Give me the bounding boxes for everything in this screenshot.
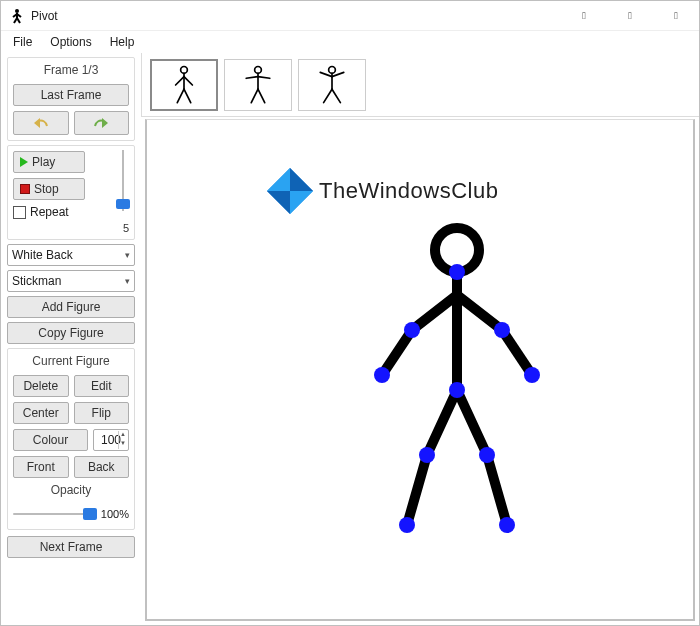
svg-line-23 — [332, 89, 340, 102]
frame-thumb-3[interactable] — [298, 59, 366, 111]
svg-line-11 — [184, 89, 191, 102]
front-button[interactable]: Front — [13, 456, 69, 478]
back-button[interactable]: Back — [74, 456, 130, 478]
svg-point-18 — [329, 66, 336, 73]
svg-line-10 — [177, 89, 184, 102]
svg-line-31 — [412, 295, 457, 330]
colour-button[interactable]: Colour — [13, 429, 88, 451]
svg-point-48 — [499, 517, 515, 533]
svg-line-22 — [324, 89, 332, 102]
center-button[interactable]: Center — [13, 402, 69, 424]
svg-line-14 — [246, 76, 258, 78]
svg-point-6 — [181, 66, 188, 73]
speed-value: 5 — [13, 222, 129, 234]
maximize-button[interactable]:  — [607, 1, 653, 31]
window-title: Pivot — [31, 9, 58, 23]
svg-point-41 — [374, 367, 390, 383]
frame-strip — [141, 53, 699, 117]
menu-file[interactable]: File — [5, 33, 40, 51]
windowsclub-logo-icon — [267, 168, 313, 214]
scale-stepper[interactable]: 100 ▲▼ — [93, 429, 129, 451]
chevron-down-icon: ▾ — [125, 250, 130, 260]
chevron-down-icon: ▾ — [125, 276, 130, 286]
close-button[interactable]:  — [653, 1, 699, 31]
svg-marker-26 — [290, 191, 313, 214]
redo-button[interactable] — [74, 111, 130, 135]
add-figure-button[interactable]: Add Figure — [7, 296, 135, 318]
app-icon — [9, 8, 25, 24]
svg-line-37 — [457, 390, 487, 455]
background-combo[interactable]: White Back ▾ — [7, 244, 135, 266]
delete-button[interactable]: Delete — [13, 375, 69, 397]
opacity-value: 100% — [101, 508, 129, 520]
app-window: Pivot    File Options Help Frame 1/3 … — [0, 0, 700, 626]
frame-thumb-1[interactable] — [150, 59, 218, 111]
canvas[interactable]: TheWindowsClub — [145, 119, 695, 621]
svg-line-35 — [427, 390, 457, 455]
svg-point-47 — [479, 447, 495, 463]
svg-line-34 — [502, 330, 532, 375]
svg-line-15 — [258, 76, 270, 78]
svg-line-8 — [176, 76, 184, 84]
last-frame-button[interactable]: Last Frame — [13, 84, 129, 106]
svg-marker-27 — [290, 168, 313, 191]
svg-marker-25 — [267, 168, 290, 191]
frame-counter: Frame 1/3 — [13, 63, 129, 79]
opacity-slider[interactable] — [13, 504, 97, 524]
stickman-figure[interactable] — [357, 220, 557, 550]
repeat-checkbox[interactable] — [13, 206, 26, 219]
svg-point-42 — [494, 322, 510, 338]
repeat-label: Repeat — [30, 205, 69, 219]
svg-marker-28 — [267, 191, 290, 214]
svg-point-44 — [449, 382, 465, 398]
svg-point-45 — [419, 447, 435, 463]
svg-point-0 — [15, 9, 19, 13]
svg-line-16 — [251, 89, 258, 102]
watermark-text: TheWindowsClub — [319, 178, 498, 204]
svg-point-43 — [524, 367, 540, 383]
undo-button[interactable] — [13, 111, 69, 135]
playback-group: Play Stop Repeat 5 — [7, 145, 135, 240]
menu-help[interactable]: Help — [102, 33, 143, 51]
svg-line-38 — [487, 455, 507, 525]
flip-button[interactable]: Flip — [74, 402, 130, 424]
current-figure-label: Current Figure — [13, 354, 129, 370]
edit-button[interactable]: Edit — [74, 375, 130, 397]
next-frame-button[interactable]: Next Frame — [7, 536, 135, 558]
chevron-down-icon[interactable]: ▼ — [118, 440, 127, 449]
frame-thumb-2[interactable] — [224, 59, 292, 111]
svg-line-9 — [184, 76, 192, 84]
titlebar: Pivot    — [1, 1, 699, 31]
stop-icon — [20, 184, 30, 194]
svg-line-36 — [407, 455, 427, 525]
svg-point-39 — [449, 264, 465, 280]
svg-point-12 — [255, 66, 262, 73]
play-icon — [20, 157, 28, 167]
menu-options[interactable]: Options — [42, 33, 99, 51]
sidebar: Frame 1/3 Last Frame Play — [1, 53, 141, 625]
chevron-up-icon[interactable]: ▲ — [118, 431, 127, 440]
svg-point-46 — [399, 517, 415, 533]
svg-line-17 — [258, 89, 265, 102]
play-button[interactable]: Play — [13, 151, 85, 173]
copy-figure-button[interactable]: Copy Figure — [7, 322, 135, 344]
opacity-label: Opacity — [13, 483, 129, 499]
svg-point-40 — [404, 322, 420, 338]
figure-combo[interactable]: Stickman ▾ — [7, 270, 135, 292]
minimize-button[interactable]:  — [561, 1, 607, 31]
watermark: TheWindowsClub — [267, 168, 498, 214]
stop-button[interactable]: Stop — [13, 178, 85, 200]
svg-line-32 — [382, 330, 412, 375]
speed-slider[interactable] — [116, 150, 130, 211]
svg-line-33 — [457, 295, 502, 330]
menubar: File Options Help — [1, 31, 699, 53]
frame-nav-group: Frame 1/3 Last Frame — [7, 57, 135, 141]
current-figure-group: Current Figure Delete Edit Center Flip C… — [7, 348, 135, 530]
svg-line-5 — [17, 18, 20, 23]
